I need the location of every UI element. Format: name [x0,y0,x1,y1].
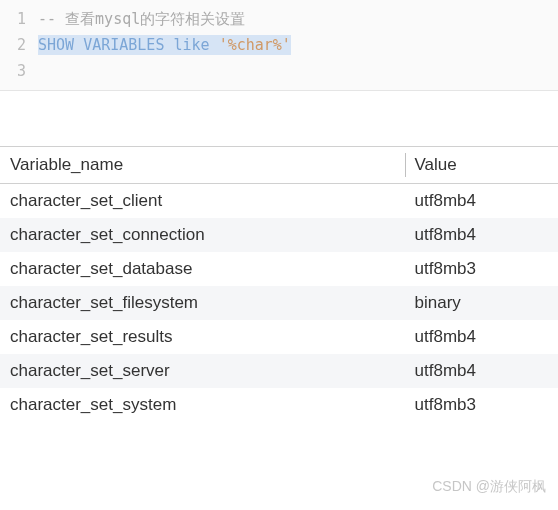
line-number: 1 [0,6,26,32]
results-table: Variable_name Value character_set_client… [0,146,558,422]
cell-value: utf8mb4 [405,354,558,388]
cell-variable-name: character_set_database [0,252,405,286]
table-row[interactable]: character_set_database utf8mb3 [0,252,558,286]
code-content[interactable]: -- 查看mysql的字符相关设置 SHOW VARIABLES like '%… [38,6,558,84]
line-gutter: 1 2 3 [0,6,38,84]
cell-variable-name: character_set_connection [0,218,405,252]
table-body: character_set_client utf8mb4 character_s… [0,184,558,423]
comment-marker: -- [38,10,65,28]
cell-value: utf8mb3 [405,252,558,286]
code-editor[interactable]: 1 2 3 -- 查看mysql的字符相关设置 SHOW VARIABLES l… [0,0,558,91]
code-line-2[interactable]: SHOW VARIABLES like '%char%' [38,32,558,58]
cell-value: utf8mb4 [405,184,558,219]
code-line-3[interactable] [38,58,558,84]
table-row[interactable]: character_set_system utf8mb3 [0,388,558,422]
table-row[interactable]: character_set_filesystem binary [0,286,558,320]
keyword-like: like [173,36,209,54]
code-line-1[interactable]: -- 查看mysql的字符相关设置 [38,6,558,32]
line-number: 3 [0,58,26,84]
table-row[interactable]: character_set_connection utf8mb4 [0,218,558,252]
keyword-variables: VARIABLES [83,36,164,54]
spacer [0,91,558,146]
cell-variable-name: character_set_results [0,320,405,354]
table-row[interactable]: character_set_results utf8mb4 [0,320,558,354]
table-header-row: Variable_name Value [0,147,558,184]
cell-value: binary [405,286,558,320]
cell-variable-name: character_set_system [0,388,405,422]
cell-value: utf8mb4 [405,320,558,354]
cell-variable-name: character_set_filesystem [0,286,405,320]
keyword-show: SHOW [38,36,74,54]
cell-value: utf8mb4 [405,218,558,252]
string-literal: '%char%' [219,36,291,54]
column-header-variable-name[interactable]: Variable_name [0,147,405,184]
cell-value: utf8mb3 [405,388,558,422]
table-row[interactable]: character_set_client utf8mb4 [0,184,558,219]
cell-variable-name: character_set_server [0,354,405,388]
comment-text: 查看mysql的字符相关设置 [65,10,245,28]
table-row[interactable]: character_set_server utf8mb4 [0,354,558,388]
cell-variable-name: character_set_client [0,184,405,219]
column-header-value[interactable]: Value [405,147,558,184]
line-number: 2 [0,32,26,58]
